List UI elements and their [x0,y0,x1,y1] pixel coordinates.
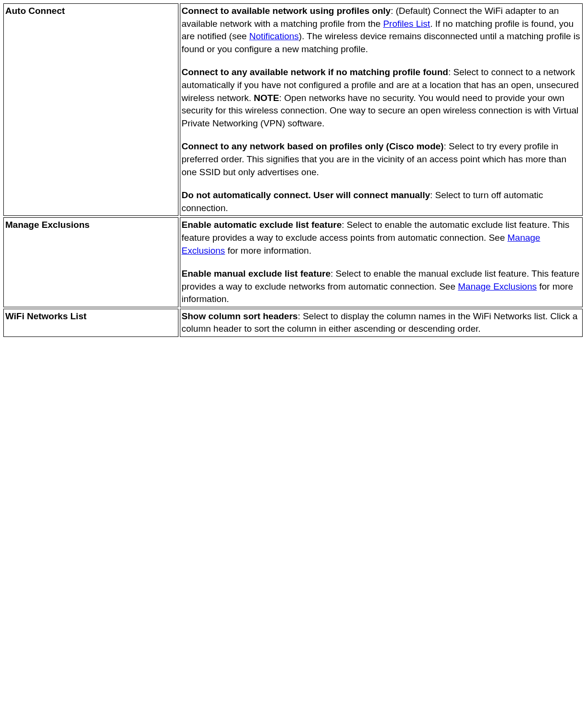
bold-text: Connect to available network using profi… [182,6,391,16]
text-run: for more information. [225,246,311,256]
table-row: Auto ConnectConnect to available network… [3,3,583,216]
bold-text: Connect to any available network if no m… [182,67,448,77]
row-content: Connect to available network using profi… [180,3,583,216]
paragraph: Enable manual exclude list feature: Sele… [182,268,581,306]
bold-text: Do not automatically connect. User will … [182,190,430,200]
table-row: WiFi Networks ListShow column sort heade… [3,309,583,337]
paragraph: Connect to available network using profi… [182,5,581,56]
paragraph: Connect to any available network if no m… [182,66,581,130]
settings-table: Auto ConnectConnect to available network… [2,2,584,338]
bold-text: Connect to any network based on profiles… [182,141,444,151]
row-content: Show column sort headers: Select to disp… [180,309,583,337]
settings-table-body: Auto ConnectConnect to available network… [3,3,583,337]
row-content: Enable automatic exclude list feature: S… [180,217,583,307]
paragraph: Enable automatic exclude list feature: S… [182,219,581,257]
row-label-wifi-networks-list: WiFi Networks List [3,309,178,337]
link-manage-exclusions[interactable]: Manage Exclusions [458,281,537,291]
bold-text: NOTE [254,93,279,103]
paragraph: Show column sort headers: Select to disp… [182,310,581,336]
row-label-auto-connect: Auto Connect [3,3,178,216]
row-label-manage-exclusions: Manage Exclusions [3,217,178,307]
link-profiles-list[interactable]: Profiles List [383,19,430,29]
paragraph: Do not automatically connect. User will … [182,189,581,214]
table-row: Manage ExclusionsEnable automatic exclud… [3,217,583,307]
bold-text: Show column sort headers [182,311,298,321]
link-notifications[interactable]: Notifications [249,31,299,41]
bold-text: Enable automatic exclude list feature [182,220,342,230]
bold-text: Enable manual exclude list feature [182,269,331,279]
paragraph: Connect to any network based on profiles… [182,140,581,179]
